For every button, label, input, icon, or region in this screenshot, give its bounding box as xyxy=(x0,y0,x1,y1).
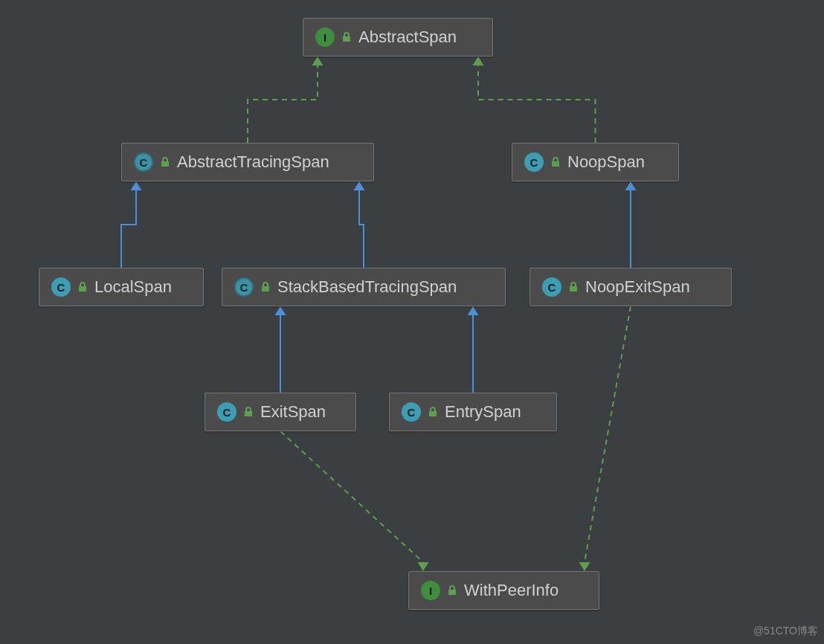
abstract-icon: C xyxy=(134,152,153,172)
class-icon: C xyxy=(402,402,421,422)
lock-icon xyxy=(260,281,271,293)
node-localSpan[interactable]: CLocalSpan xyxy=(39,268,204,306)
lock-icon xyxy=(341,31,353,43)
lock-icon xyxy=(446,585,458,596)
edges-layer xyxy=(0,0,824,644)
svg-marker-0 xyxy=(312,57,324,65)
node-abstractSpan[interactable]: IAbstractSpan xyxy=(303,18,493,57)
svg-marker-4 xyxy=(625,181,637,190)
svg-marker-7 xyxy=(418,562,429,571)
edge-exitSpan-withPeerInfo xyxy=(280,431,423,562)
class-icon: C xyxy=(217,402,236,422)
edge-noopExitSpan-withPeerInfo xyxy=(585,306,631,562)
edge-stackBasedTracing-abstractTracingSpan xyxy=(359,190,364,268)
lock-icon xyxy=(159,156,171,168)
svg-marker-1 xyxy=(473,57,484,65)
interface-icon: I xyxy=(421,581,440,600)
svg-marker-5 xyxy=(275,306,286,315)
node-entrySpan[interactable]: CEntrySpan xyxy=(389,393,557,431)
svg-marker-3 xyxy=(354,181,365,190)
svg-marker-8 xyxy=(579,562,590,571)
class-icon: C xyxy=(542,277,561,297)
lock-icon xyxy=(550,156,561,168)
edge-localSpan-abstractTracingSpan xyxy=(121,190,136,268)
svg-marker-2 xyxy=(131,181,142,190)
edge-abstractTracingSpan-abstractSpan xyxy=(248,65,318,143)
node-label: EntrySpan xyxy=(445,402,521,422)
watermark: @51CTO博客 xyxy=(753,625,818,638)
node-label: NoopExitSpan xyxy=(585,277,690,297)
class-icon: C xyxy=(51,277,71,297)
svg-marker-6 xyxy=(468,306,479,315)
node-label: AbstractSpan xyxy=(358,28,457,47)
node-label: LocalSpan xyxy=(94,277,172,297)
node-abstractTracingSpan[interactable]: CAbstractTracingSpan xyxy=(121,143,374,181)
lock-icon xyxy=(77,281,88,293)
abstract-icon: C xyxy=(234,277,254,297)
node-label: NoopSpan xyxy=(567,152,645,172)
edge-noopSpan-abstractSpan xyxy=(478,65,596,143)
node-noopExitSpan[interactable]: CNoopExitSpan xyxy=(530,268,732,306)
interface-icon: I xyxy=(315,28,335,47)
node-withPeerInfo[interactable]: IWithPeerInfo xyxy=(408,571,599,610)
lock-icon xyxy=(242,406,254,418)
node-label: AbstractTracingSpan xyxy=(177,152,329,172)
lock-icon xyxy=(567,281,579,293)
node-label: StackBasedTracingSpan xyxy=(277,277,457,297)
class-icon: C xyxy=(524,152,544,172)
node-label: ExitSpan xyxy=(260,402,326,422)
diagram-canvas: IAbstractSpanCAbstractTracingSpanCNoopSp… xyxy=(0,0,824,644)
node-label: WithPeerInfo xyxy=(464,581,559,600)
node-exitSpan[interactable]: CExitSpan xyxy=(205,393,356,431)
node-noopSpan[interactable]: CNoopSpan xyxy=(512,143,679,181)
node-stackBasedTracing[interactable]: CStackBasedTracingSpan xyxy=(222,268,506,306)
lock-icon xyxy=(427,406,439,418)
